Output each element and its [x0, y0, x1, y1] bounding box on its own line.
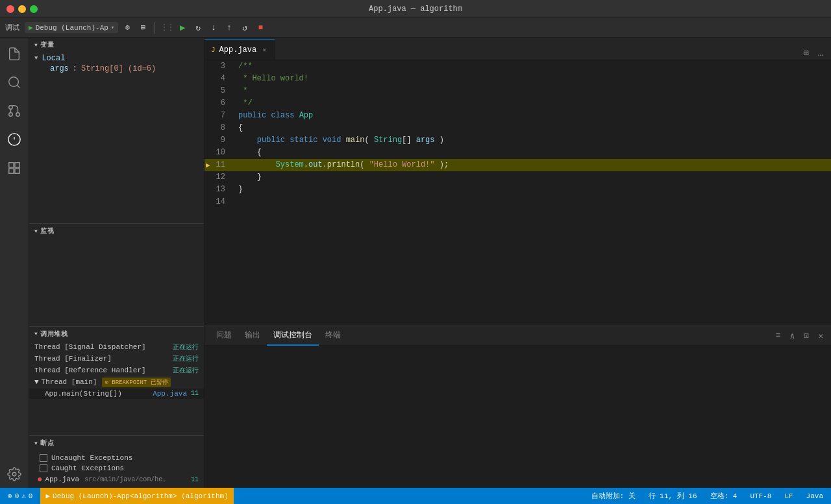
code-line-7: 7 public class App — [205, 110, 831, 122]
status-auto-attach[interactable]: 自动附加: 关 — [589, 488, 638, 504]
watch-panel: ▼ 监视 — [29, 224, 204, 326]
args-name: args — [50, 64, 69, 73]
code-line-4: 4 * Hello world! — [205, 73, 831, 85]
watch-header[interactable]: ▼ 监视 — [29, 224, 204, 238]
gear-settings-button[interactable]: ⚙ — [121, 21, 134, 34]
thread-signal-dispatcher[interactable]: Thread [Signal Dispatcher] 正在运行 — [29, 341, 204, 353]
svg-rect-9 — [9, 163, 14, 167]
code-content-14 — [232, 196, 831, 208]
breakpoints-collapse-icon: ▼ — [34, 440, 38, 446]
tab-debug-console[interactable]: 调试控制台 — [267, 326, 319, 346]
encoding-label: UTF-8 — [750, 492, 771, 500]
window-controls[interactable] — [6, 5, 38, 13]
minimize-button[interactable] — [18, 5, 26, 13]
code-editor[interactable]: 3 /** 4 * Hello world! 5 * 6 */ 7 public — [205, 60, 831, 326]
tab-bar: J App.java ✕ ⊞ … https://blog.csdn.net/h… — [205, 38, 831, 60]
local-label: Local — [42, 54, 65, 63]
title-bar: App.java — algorithm — [0, 0, 831, 18]
chevron-down-icon: ▾ — [111, 24, 114, 31]
svg-point-3 — [9, 106, 13, 110]
panel-filter-button[interactable]: ≡ — [773, 330, 784, 342]
caught-exceptions-item[interactable]: Caught Exceptions — [29, 463, 204, 474]
layout-icon: ⊞ — [141, 23, 145, 32]
app-java-breakpoint[interactable]: ● App.java src/main/java/com/he… 11 — [29, 474, 204, 485]
code-content-12: } — [232, 171, 831, 184]
settings-button[interactable] — [3, 466, 25, 488]
status-position[interactable]: 行 11, 列 16 — [646, 488, 700, 504]
thread-name: Thread [Reference Handler] — [34, 366, 146, 374]
error-icon: ⊗ — [8, 492, 12, 500]
callstack-header[interactable]: ▼ 调用堆栈 — [29, 327, 204, 341]
thread-reference-handler[interactable]: Thread [Reference Handler] 正在运行 — [29, 365, 204, 376]
debug-config-label: Debug (Launch)-Ap — [36, 24, 108, 32]
gear-icon: ⚙ — [125, 23, 130, 32]
panel-icons: ≡ ∧ ⊡ ✕ — [773, 330, 826, 342]
split-editor-button[interactable]: ⊞ — [800, 46, 811, 60]
tab-output[interactable]: 输出 — [238, 326, 267, 346]
layout-button[interactable]: ⊞ — [136, 21, 149, 34]
watch-body — [29, 238, 204, 326]
continue-button[interactable]: ▶ — [176, 21, 189, 34]
stack-frame-main[interactable]: App.main(String[]) App.java 11 — [29, 389, 204, 399]
frame-file: App.java — [153, 390, 187, 398]
panel-maximize-button[interactable]: ⊡ — [801, 330, 812, 342]
line-number-11: ▶ 11 — [205, 159, 232, 171]
status-encoding[interactable]: UTF-8 — [747, 488, 774, 504]
maximize-button[interactable] — [30, 5, 38, 13]
line-number-10: 10 — [205, 147, 232, 159]
tab-terminal[interactable]: 终端 — [319, 326, 347, 346]
local-group[interactable]: ▼ Local — [29, 53, 204, 64]
play-icon: ▶ — [180, 22, 185, 33]
uncaught-exceptions-checkbox[interactable] — [40, 454, 47, 462]
status-errors[interactable]: ⊗ 0 ⚠ 0 — [5, 488, 35, 504]
debug-toolbar: 调试 ▶ Debug (Launch)-Ap ▾ ⚙ ⊞ ⋮⋮ ▶ ↻ ↓ ↑ … — [0, 18, 831, 38]
status-debug-running[interactable]: ▶ Debug (Launch)-App<algorithm> (algorit… — [40, 488, 233, 504]
panel-collapse-button[interactable]: ∧ — [788, 330, 798, 342]
close-button[interactable] — [6, 5, 14, 13]
more-actions-button[interactable]: … — [815, 47, 826, 60]
tab-close-button[interactable]: ✕ — [260, 45, 268, 54]
watch-collapse-icon: ▼ — [34, 228, 38, 234]
tab-app-java[interactable]: J App.java ✕ — [205, 39, 275, 60]
stop-button[interactable]: ■ — [254, 21, 267, 34]
auto-attach-label: 自动附加: 关 — [591, 491, 636, 501]
line-number-13: 13 — [205, 184, 232, 196]
uncaught-exceptions-item[interactable]: Uncaught Exceptions — [29, 453, 204, 463]
code-content-10: { — [232, 147, 831, 159]
tab-problems[interactable]: 问题 — [210, 326, 238, 346]
svg-point-2 — [16, 113, 20, 117]
thread-name: Thread [Finalizer] — [34, 355, 112, 363]
restart-button[interactable]: ↺ — [238, 21, 251, 34]
sidebar-item-scm[interactable] — [3, 100, 25, 122]
caught-exceptions-checkbox[interactable] — [40, 464, 47, 472]
step-into-button[interactable]: ↓ — [207, 21, 220, 34]
position-label: 行 11, 列 16 — [649, 491, 697, 501]
variables-body: ▼ Local args : String[0] (id=6) — [29, 52, 204, 223]
thread-main[interactable]: ▼ Thread [main] ⊙ BREAKPOINT 已暂停 — [29, 376, 204, 389]
step-out-button[interactable]: ↑ — [223, 21, 236, 34]
sidebar-item-extensions[interactable] — [3, 157, 25, 179]
breakpoints-header[interactable]: ▼ 断点 — [29, 436, 204, 450]
warning-icon: ⚠ — [21, 492, 26, 500]
status-right: 自动附加: 关 行 11, 列 16 空格: 4 UTF-8 LF Java — [589, 488, 826, 504]
debug-config-name[interactable]: ▶ Debug (Launch)-Ap ▾ — [25, 22, 118, 33]
line-number-6: 6 — [205, 97, 232, 110]
sidebar: ▼ 变量 ▼ Local args : String[0] (id=6) ▼ 监… — [29, 38, 205, 488]
code-line-9: 9 public static void main( String[] args… — [205, 134, 831, 147]
args-variable[interactable]: args : String[0] (id=6) — [29, 64, 204, 74]
callstack-body: Thread [Signal Dispatcher] 正在运行 Thread [… — [29, 341, 204, 435]
thread-finalizer[interactable]: Thread [Finalizer] 正在运行 — [29, 353, 204, 365]
panel-close-button[interactable]: ✕ — [815, 330, 826, 342]
language-label: Java — [806, 492, 823, 500]
status-spaces[interactable]: 空格: 4 — [708, 488, 740, 504]
editor-area: J App.java ✕ ⊞ … https://blog.csdn.net/h… — [205, 38, 831, 488]
drag-handle[interactable]: ⋮⋮ — [160, 21, 173, 34]
sidebar-item-search[interactable] — [3, 71, 25, 93]
thread-name: Thread [Signal Dispatcher] — [34, 343, 146, 351]
status-line-ending[interactable]: LF — [782, 488, 795, 504]
sidebar-item-explorer[interactable] — [3, 43, 25, 65]
status-language[interactable]: Java — [804, 488, 826, 504]
sidebar-item-debug[interactable] — [3, 128, 25, 150]
step-over-button[interactable]: ↻ — [192, 21, 205, 34]
variables-header[interactable]: ▼ 变量 — [29, 38, 204, 52]
